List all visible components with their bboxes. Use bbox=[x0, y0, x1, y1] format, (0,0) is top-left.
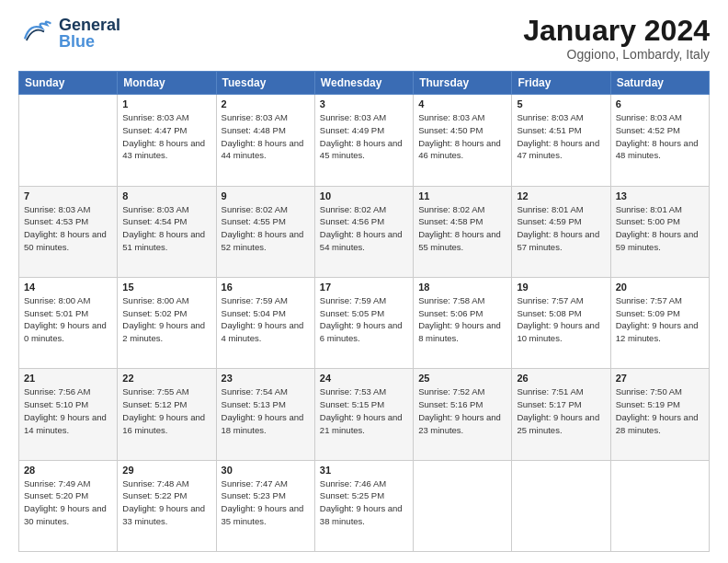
table-row: 2Sunrise: 8:03 AM Sunset: 4:48 PM Daylig… bbox=[216, 95, 314, 186]
day-info: Sunrise: 7:53 AM Sunset: 5:15 PM Dayligh… bbox=[320, 385, 408, 436]
day-info: Sunrise: 8:02 AM Sunset: 4:58 PM Dayligh… bbox=[418, 203, 506, 254]
day-info: Sunrise: 8:01 AM Sunset: 4:59 PM Dayligh… bbox=[517, 203, 605, 254]
calendar-week-row: 21Sunrise: 7:56 AM Sunset: 5:10 PM Dayli… bbox=[19, 369, 710, 460]
table-row: 27Sunrise: 7:50 AM Sunset: 5:19 PM Dayli… bbox=[610, 369, 709, 460]
day-number: 19 bbox=[517, 282, 605, 293]
table-row bbox=[19, 95, 118, 186]
logo-words: General Blue bbox=[59, 17, 120, 50]
day-info: Sunrise: 7:57 AM Sunset: 5:09 PM Dayligh… bbox=[616, 294, 704, 345]
day-info: Sunrise: 7:59 AM Sunset: 5:05 PM Dayligh… bbox=[320, 294, 408, 345]
header: General Blue January 2024 Oggiono, Lomba… bbox=[18, 15, 710, 62]
day-number: 24 bbox=[320, 373, 408, 384]
day-info: Sunrise: 8:02 AM Sunset: 4:55 PM Dayligh… bbox=[222, 203, 310, 254]
day-number: 26 bbox=[517, 373, 605, 384]
day-info: Sunrise: 8:03 AM Sunset: 4:53 PM Dayligh… bbox=[24, 203, 112, 254]
day-info: Sunrise: 8:00 AM Sunset: 5:01 PM Dayligh… bbox=[24, 294, 112, 345]
day-info: Sunrise: 7:46 AM Sunset: 5:25 PM Dayligh… bbox=[320, 477, 408, 528]
table-row: 26Sunrise: 7:51 AM Sunset: 5:17 PM Dayli… bbox=[512, 369, 610, 460]
day-number: 31 bbox=[320, 465, 408, 476]
table-row bbox=[610, 460, 709, 551]
calendar-week-row: 28Sunrise: 7:49 AM Sunset: 5:20 PM Dayli… bbox=[19, 460, 710, 551]
table-row: 19Sunrise: 7:57 AM Sunset: 5:08 PM Dayli… bbox=[512, 277, 610, 368]
day-number: 2 bbox=[222, 98, 310, 109]
calendar-header-row: Sunday Monday Tuesday Wednesday Thursday… bbox=[19, 72, 710, 95]
day-number: 29 bbox=[122, 465, 210, 476]
col-saturday: Saturday bbox=[610, 72, 709, 95]
day-number: 25 bbox=[418, 373, 506, 384]
logo-icon bbox=[18, 15, 55, 52]
col-tuesday: Tuesday bbox=[216, 72, 314, 95]
day-number: 4 bbox=[418, 98, 506, 109]
day-number: 14 bbox=[24, 282, 112, 293]
day-info: Sunrise: 7:58 AM Sunset: 5:06 PM Dayligh… bbox=[418, 294, 506, 345]
table-row: 10Sunrise: 8:02 AM Sunset: 4:56 PM Dayli… bbox=[314, 186, 413, 277]
logo-general-text: General bbox=[59, 17, 120, 33]
day-number: 9 bbox=[222, 190, 310, 201]
table-row: 21Sunrise: 7:56 AM Sunset: 5:10 PM Dayli… bbox=[19, 369, 118, 460]
table-row: 22Sunrise: 7:55 AM Sunset: 5:12 PM Dayli… bbox=[118, 369, 216, 460]
calendar-table: Sunday Monday Tuesday Wednesday Thursday… bbox=[18, 71, 710, 552]
table-row: 4Sunrise: 8:03 AM Sunset: 4:50 PM Daylig… bbox=[414, 95, 512, 186]
main-title: January 2024 bbox=[523, 15, 710, 47]
day-number: 13 bbox=[616, 190, 704, 201]
day-number: 18 bbox=[418, 282, 506, 293]
table-row: 9Sunrise: 8:02 AM Sunset: 4:55 PM Daylig… bbox=[216, 186, 314, 277]
table-row: 24Sunrise: 7:53 AM Sunset: 5:15 PM Dayli… bbox=[314, 369, 413, 460]
table-row: 6Sunrise: 8:03 AM Sunset: 4:52 PM Daylig… bbox=[610, 95, 709, 186]
subtitle: Oggiono, Lombardy, Italy bbox=[523, 47, 710, 62]
table-row bbox=[512, 460, 610, 551]
table-row: 1Sunrise: 8:03 AM Sunset: 4:47 PM Daylig… bbox=[118, 95, 216, 186]
table-row: 16Sunrise: 7:59 AM Sunset: 5:04 PM Dayli… bbox=[216, 277, 314, 368]
table-row: 25Sunrise: 7:52 AM Sunset: 5:16 PM Dayli… bbox=[414, 369, 512, 460]
day-number: 20 bbox=[616, 282, 704, 293]
day-number: 6 bbox=[616, 98, 704, 109]
table-row bbox=[414, 460, 512, 551]
table-row: 14Sunrise: 8:00 AM Sunset: 5:01 PM Dayli… bbox=[19, 277, 118, 368]
day-info: Sunrise: 7:54 AM Sunset: 5:13 PM Dayligh… bbox=[222, 385, 310, 436]
day-number: 11 bbox=[418, 190, 506, 201]
table-row: 30Sunrise: 7:47 AM Sunset: 5:23 PM Dayli… bbox=[216, 460, 314, 551]
day-number: 22 bbox=[122, 373, 210, 384]
table-row: 5Sunrise: 8:03 AM Sunset: 4:51 PM Daylig… bbox=[512, 95, 610, 186]
day-number: 30 bbox=[222, 465, 310, 476]
day-info: Sunrise: 8:03 AM Sunset: 4:50 PM Dayligh… bbox=[418, 111, 506, 162]
day-info: Sunrise: 8:03 AM Sunset: 4:48 PM Dayligh… bbox=[222, 111, 310, 162]
table-row: 15Sunrise: 8:00 AM Sunset: 5:02 PM Dayli… bbox=[118, 277, 216, 368]
day-info: Sunrise: 7:51 AM Sunset: 5:17 PM Dayligh… bbox=[517, 385, 605, 436]
table-row: 3Sunrise: 8:03 AM Sunset: 4:49 PM Daylig… bbox=[314, 95, 413, 186]
day-number: 7 bbox=[24, 190, 112, 201]
day-info: Sunrise: 7:57 AM Sunset: 5:08 PM Dayligh… bbox=[517, 294, 605, 345]
day-number: 12 bbox=[517, 190, 605, 201]
table-row: 8Sunrise: 8:03 AM Sunset: 4:54 PM Daylig… bbox=[118, 186, 216, 277]
table-row: 23Sunrise: 7:54 AM Sunset: 5:13 PM Dayli… bbox=[216, 369, 314, 460]
table-row: 29Sunrise: 7:48 AM Sunset: 5:22 PM Dayli… bbox=[118, 460, 216, 551]
day-info: Sunrise: 8:00 AM Sunset: 5:02 PM Dayligh… bbox=[122, 294, 210, 345]
day-info: Sunrise: 7:50 AM Sunset: 5:19 PM Dayligh… bbox=[616, 385, 704, 436]
day-info: Sunrise: 7:52 AM Sunset: 5:16 PM Dayligh… bbox=[418, 385, 506, 436]
table-row: 7Sunrise: 8:03 AM Sunset: 4:53 PM Daylig… bbox=[19, 186, 118, 277]
table-row: 18Sunrise: 7:58 AM Sunset: 5:06 PM Dayli… bbox=[414, 277, 512, 368]
day-info: Sunrise: 7:47 AM Sunset: 5:23 PM Dayligh… bbox=[222, 477, 310, 528]
day-number: 3 bbox=[320, 98, 408, 109]
col-friday: Friday bbox=[512, 72, 610, 95]
logo-blue-text: Blue bbox=[59, 33, 120, 50]
day-number: 21 bbox=[24, 373, 112, 384]
day-info: Sunrise: 7:48 AM Sunset: 5:22 PM Dayligh… bbox=[122, 477, 210, 528]
day-number: 1 bbox=[122, 98, 210, 109]
day-info: Sunrise: 7:56 AM Sunset: 5:10 PM Dayligh… bbox=[24, 385, 112, 436]
day-info: Sunrise: 8:03 AM Sunset: 4:49 PM Dayligh… bbox=[320, 111, 408, 162]
calendar-week-row: 14Sunrise: 8:00 AM Sunset: 5:01 PM Dayli… bbox=[19, 277, 710, 368]
day-number: 28 bbox=[24, 465, 112, 476]
day-info: Sunrise: 7:59 AM Sunset: 5:04 PM Dayligh… bbox=[222, 294, 310, 345]
day-info: Sunrise: 8:03 AM Sunset: 4:51 PM Dayligh… bbox=[517, 111, 605, 162]
table-row: 12Sunrise: 8:01 AM Sunset: 4:59 PM Dayli… bbox=[512, 186, 610, 277]
table-row: 17Sunrise: 7:59 AM Sunset: 5:05 PM Dayli… bbox=[314, 277, 413, 368]
day-info: Sunrise: 8:03 AM Sunset: 4:52 PM Dayligh… bbox=[616, 111, 704, 162]
day-info: Sunrise: 7:49 AM Sunset: 5:20 PM Dayligh… bbox=[24, 477, 112, 528]
table-row: 13Sunrise: 8:01 AM Sunset: 5:00 PM Dayli… bbox=[610, 186, 709, 277]
day-number: 27 bbox=[616, 373, 704, 384]
day-info: Sunrise: 8:03 AM Sunset: 4:54 PM Dayligh… bbox=[122, 203, 210, 254]
calendar-week-row: 7Sunrise: 8:03 AM Sunset: 4:53 PM Daylig… bbox=[19, 186, 710, 277]
day-number: 17 bbox=[320, 282, 408, 293]
col-thursday: Thursday bbox=[414, 72, 512, 95]
